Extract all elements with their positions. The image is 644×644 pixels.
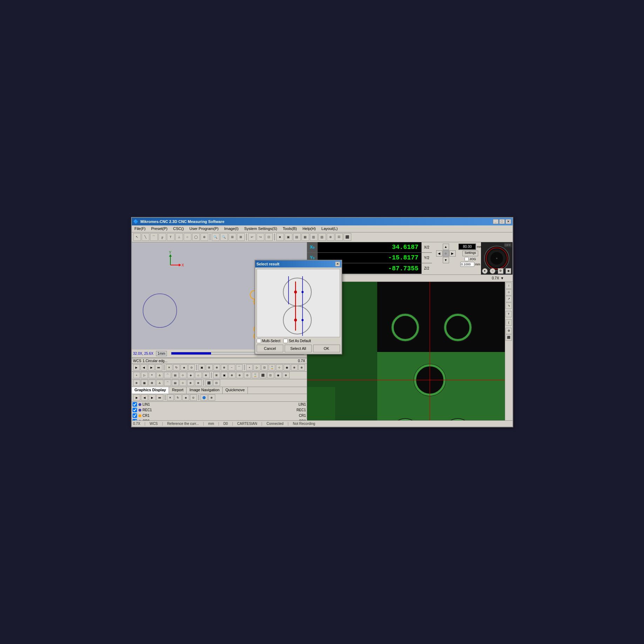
cam-btn-42[interactable]: ⊕ [283, 372, 290, 378]
tool-btn-7[interactable]: ○ [184, 233, 191, 241]
tool-btn-1[interactable]: ↖ [133, 233, 141, 241]
cam-btn-10[interactable]: ⊞ [206, 364, 212, 371]
tool-btn-4[interactable]: ╔ [158, 233, 166, 241]
tab-report[interactable]: Report [169, 387, 187, 394]
cam-btn-37[interactable]: ⊙ [244, 372, 251, 378]
cam-btn-circle-3[interactable]: ◉ [506, 268, 511, 274]
tool-btn-13[interactable]: ⊠ [237, 233, 245, 241]
element-row-lin1[interactable]: LIN1 LIN1 [132, 402, 307, 407]
speed-input[interactable] [459, 244, 476, 250]
tool-btn-12[interactable]: ⊞ [229, 233, 236, 241]
arrow-up-btn[interactable]: ▲ [443, 244, 449, 250]
cam-btn-32[interactable]: ⊕ [203, 372, 210, 378]
tool-btn-5[interactable]: T [167, 233, 175, 241]
cam-btn-48[interactable]: ▤ [172, 380, 179, 386]
tool-btn-15[interactable]: ↪ [257, 233, 264, 241]
jog-value-input[interactable] [460, 262, 474, 267]
panel-btn-7[interactable]: ◈ [182, 394, 189, 401]
cam-btn-26[interactable]: Δ [156, 372, 163, 378]
cam-btn-6[interactable]: ↻ [173, 364, 180, 371]
cam-btn-play[interactable]: ▶ [133, 364, 140, 371]
elem-check-cr1[interactable] [133, 413, 137, 418]
tab-graphics-display[interactable]: Graphics Display [132, 387, 169, 394]
cam-btn-41[interactable]: ◉ [275, 372, 282, 378]
zoom-dropdown-icon[interactable]: ▼ [501, 276, 504, 280]
cam-btn-22[interactable]: ⊗ [298, 364, 305, 371]
cam-btn-9[interactable]: ▣ [198, 364, 205, 371]
cam-btn-prev[interactable]: ◀ [141, 364, 147, 371]
cam-btn-circle-1[interactable]: ● [482, 268, 488, 274]
cam-btn-36[interactable]: ⊕ [236, 372, 243, 378]
cam-btn-18[interactable]: ⌛ [269, 364, 275, 371]
cam-btn-13[interactable]: ~ [228, 364, 235, 371]
cam-btn-38[interactable]: ⌛ [252, 372, 259, 378]
panel-btn-8[interactable]: ⊙ [190, 394, 197, 401]
tool-btn-16[interactable]: ⊡ [265, 233, 273, 241]
menu-file[interactable]: File(F) [133, 226, 147, 231]
cam-btn-12[interactable]: ⊗ [221, 364, 228, 371]
cam-btn-47[interactable]: ⌒ [164, 380, 171, 386]
cam-right-btn-4[interactable]: ↘ [506, 303, 512, 309]
panel-btn-5[interactable]: ✕ [167, 394, 174, 401]
cam-btn-39[interactable]: ⬛ [259, 372, 266, 378]
dro-z-half-btn[interactable]: Z/2 [421, 263, 432, 274]
arrow-down-btn[interactable]: ▼ [443, 257, 449, 263]
tool-btn-20[interactable]: ▦ [301, 233, 309, 241]
cam-btn-14[interactable]: ⌒ [236, 364, 243, 371]
tool-btn-18[interactable]: ▣ [285, 233, 292, 241]
cam-btn-45[interactable]: ⊞ [149, 380, 156, 386]
cam-btn-50[interactable]: ⊕ [187, 380, 194, 386]
minimize-button[interactable]: _ [493, 219, 499, 224]
cam-btn-23[interactable]: + [133, 372, 140, 378]
settings-button[interactable]: Settings [462, 251, 478, 256]
tool-btn-2[interactable]: ╲ [142, 233, 149, 241]
menu-preset[interactable]: Preset(P) [150, 226, 169, 231]
cam-right-btn-6[interactable]: { [506, 319, 512, 326]
menu-image[interactable]: Image(I) [223, 226, 240, 231]
tool-btn-11[interactable]: 🔍 [220, 233, 228, 241]
multi-select-checkbox[interactable] [257, 339, 261, 343]
cam-btn-33[interactable]: ⊞ [213, 372, 220, 378]
cam-right-btn-7[interactable]: ⚙ [506, 328, 512, 334]
cam-btn-44[interactable]: ▦ [141, 380, 148, 386]
cam-right-btn-8[interactable]: ⬛ [506, 334, 512, 341]
close-button[interactable]: ✕ [506, 219, 511, 224]
cam-btn-35[interactable]: ⊗ [229, 372, 236, 378]
dialog-ok-button[interactable]: OK [313, 345, 340, 352]
cam-right-btn-5[interactable]: T [506, 311, 512, 317]
cam-btn-53[interactable]: ⊡ [213, 380, 220, 386]
tool-btn-9[interactable]: ⊕ [201, 233, 208, 241]
cam-btn-31[interactable]: ⌂ [195, 372, 202, 378]
dialog-close-button[interactable]: ✕ [335, 262, 340, 266]
cam-btn-40[interactable]: ⊡ [267, 372, 274, 378]
arrow-right-btn[interactable]: ▶ [449, 250, 456, 257]
elem-check-lin1[interactable] [133, 402, 137, 407]
cam-btn-17[interactable]: ⊡ [261, 364, 268, 371]
cam-btn-46[interactable]: Δ [156, 380, 163, 386]
arrow-center-btn[interactable]: ○ [443, 250, 449, 257]
panel-btn-3[interactable]: ▶ [149, 394, 156, 401]
tool-btn-10[interactable]: 🔍 [212, 233, 219, 241]
cam-btn-8[interactable]: ⊙ [188, 364, 195, 371]
cam-btn-11[interactable]: ⊕ [213, 364, 220, 371]
menu-csc[interactable]: CSC() [172, 226, 185, 231]
dro-x-half-btn[interactable]: X/2 [421, 242, 432, 252]
elem-check-rec1[interactable] [133, 408, 137, 412]
tool-btn-23[interactable]: ⊗ [327, 233, 334, 241]
menu-help[interactable]: Help(H) [301, 226, 317, 231]
cam-btn-20[interactable]: ◉ [284, 364, 290, 371]
menu-tools[interactable]: Tools(B) [282, 226, 298, 231]
element-row-rec1[interactable]: REC1 REC1 [132, 407, 307, 413]
cam-right-btn-2[interactable]: ⊹ [506, 289, 512, 296]
menu-user-program[interactable]: User Program(P) [188, 226, 220, 231]
tool-btn-22[interactable]: ▧ [318, 233, 326, 241]
cam-btn-circle-2[interactable]: ○ [490, 268, 495, 274]
panel-btn-6[interactable]: ↻ [175, 394, 182, 401]
dro-y-half-btn[interactable]: Y/2 [421, 253, 432, 263]
cam-btn-52[interactable]: ⬛ [205, 380, 212, 386]
element-row-cr1[interactable]: CR1 CR1 [132, 413, 307, 419]
cam-btn-51[interactable]: ⊗ [195, 380, 202, 386]
cam-btn-25[interactable]: ⌖ [149, 372, 156, 378]
arrow-left-btn[interactable]: ◀ [436, 250, 442, 257]
cam-btn-24[interactable]: ▷ [141, 372, 148, 378]
